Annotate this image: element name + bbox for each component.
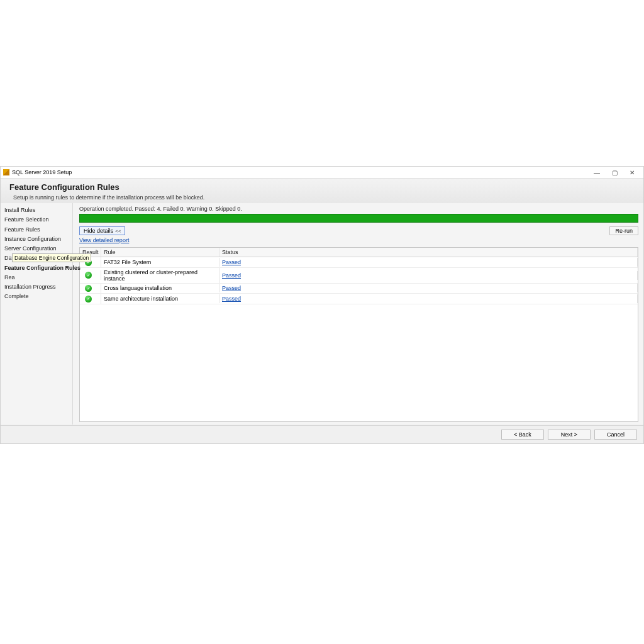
sidebar-step-server-configuration[interactable]: Server Configuration — [3, 244, 72, 253]
maximize-button[interactable]: ▢ — [606, 167, 623, 178]
sidebar-tooltip: Database Engine Configuration — [12, 253, 91, 262]
window-title: SQL Server 2019 Setup — [12, 169, 72, 175]
setup-window: SQL Server 2019 Setup — ▢ ✕ Feature Conf… — [0, 166, 644, 444]
status-cell: Passed — [219, 284, 638, 292]
rerun-button[interactable]: Re-run — [609, 226, 638, 235]
titlebar: SQL Server 2019 Setup — ▢ ✕ — [1, 167, 643, 179]
table-row[interactable]: ✓ Cross language installation Passed — [80, 284, 638, 294]
sidebar-step-instance-configuration[interactable]: Instance Configuration — [3, 235, 72, 244]
back-button[interactable]: < Back — [501, 430, 544, 440]
result-cell: ✓ — [80, 294, 101, 304]
table-row[interactable]: ✓ FAT32 File System Passed — [80, 257, 638, 268]
result-cell: ✓ — [80, 284, 101, 294]
next-button[interactable]: Next > — [548, 430, 591, 440]
status-cell: Passed — [219, 294, 638, 303]
page-title: Feature Configuration Rules — [9, 182, 635, 192]
wizard-sidebar: Install Rules Feature Selection Feature … — [1, 203, 73, 425]
sidebar-step-ready[interactable]: Rea — [3, 273, 72, 282]
rule-cell: Existing clustered or cluster-prepared i… — [101, 268, 219, 283]
col-header-status[interactable]: Status — [219, 248, 638, 257]
cancel-button[interactable]: Cancel — [594, 430, 637, 440]
check-icon: ✓ — [85, 296, 92, 303]
rules-table-header: Result Rule Status — [80, 248, 638, 257]
result-cell: ✓ — [80, 270, 101, 280]
status-link[interactable]: Passed — [222, 272, 241, 279]
col-header-rule[interactable]: Rule — [101, 248, 219, 257]
rules-table: Result Rule Status ✓ FAT32 File System P… — [79, 247, 638, 422]
page-subtitle: Setup is running rules to determine if t… — [13, 194, 635, 201]
rule-cell: FAT32 File System — [101, 258, 219, 267]
table-row[interactable]: ✓ Existing clustered or cluster-prepared… — [80, 268, 638, 284]
close-button[interactable]: ✕ — [623, 167, 641, 178]
sidebar-step-installation-progress[interactable]: Installation Progress — [3, 282, 72, 292]
status-link[interactable]: Passed — [222, 285, 241, 291]
sidebar-step-install-rules[interactable]: Install Rules — [3, 206, 72, 215]
details-actions-row: Hide details << Re-run — [79, 226, 638, 235]
table-row[interactable]: ✓ Same architecture installation Passed — [80, 294, 638, 304]
status-cell: Passed — [219, 258, 638, 267]
wizard-footer: < Back Next > Cancel — [1, 425, 643, 443]
status-cell: Passed — [219, 271, 638, 280]
progress-bar — [79, 214, 638, 223]
status-link[interactable]: Passed — [222, 296, 241, 302]
view-detailed-report-link[interactable]: View detailed report — [79, 237, 638, 243]
sidebar-step-feature-rules[interactable]: Feature Rules — [3, 225, 72, 235]
body: Install Rules Feature Selection Feature … — [1, 203, 643, 425]
sidebar-step-feature-configuration-rules[interactable]: Feature Configuration Rules — [3, 264, 72, 273]
check-icon: ✓ — [85, 272, 92, 279]
chevron-up-icon: << — [115, 228, 121, 234]
hide-details-button[interactable]: Hide details << — [79, 226, 125, 235]
sidebar-step-complete[interactable]: Complete — [3, 292, 72, 301]
rules-table-body: ✓ FAT32 File System Passed ✓ Existing cl… — [80, 257, 638, 421]
check-icon: ✓ — [85, 285, 92, 292]
status-link[interactable]: Passed — [222, 259, 241, 265]
main-panel: Operation completed. Passed: 4. Failed 0… — [73, 203, 643, 425]
hide-details-label: Hide details — [84, 228, 113, 234]
sidebar-step-feature-selection[interactable]: Feature Selection — [3, 215, 72, 225]
operation-status: Operation completed. Passed: 4. Failed 0… — [79, 206, 638, 212]
page-header: Feature Configuration Rules Setup is run… — [1, 179, 643, 206]
app-icon — [3, 169, 9, 175]
rule-cell: Cross language installation — [101, 284, 219, 292]
rule-cell: Same architecture installation — [101, 294, 219, 303]
minimize-button[interactable]: — — [588, 167, 606, 178]
